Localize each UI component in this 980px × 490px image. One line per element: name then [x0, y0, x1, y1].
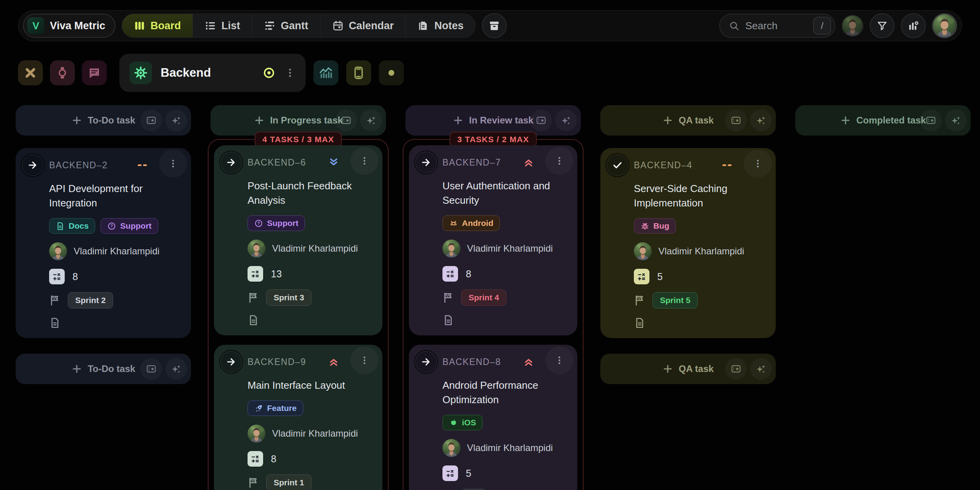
ai-generate-button[interactable]	[555, 109, 577, 131]
search-input[interactable]: Search /	[719, 14, 835, 38]
estimate-value: 8	[271, 453, 276, 465]
estimate-icon	[442, 465, 458, 481]
phone-button[interactable]	[346, 60, 371, 85]
chartline-icon	[319, 66, 333, 80]
filter-button[interactable]	[870, 13, 895, 38]
ai-generate-button[interactable]	[165, 109, 187, 131]
description-indicator	[634, 317, 757, 329]
footer-add-task-button-todo[interactable]: To-Do task	[16, 354, 191, 384]
brand-logo: V	[27, 17, 44, 34]
priority-medium-icon	[136, 159, 148, 171]
assignee-row: Vladimir Kharlampidi	[248, 425, 364, 442]
card-menu-button[interactable]	[744, 150, 772, 178]
project-menu-icon[interactable]	[285, 67, 295, 78]
card-menu-button[interactable]	[545, 147, 573, 175]
apple-icon	[449, 418, 458, 427]
card-menu-button[interactable]	[350, 346, 379, 374]
tab-notes[interactable]: Notes	[405, 14, 475, 37]
wip-limit-badge: 3 TASKS / 2 MAX	[449, 132, 537, 147]
template-card-button[interactable]	[140, 109, 162, 131]
move-forward-button[interactable]	[415, 152, 437, 173]
workspace-watch-button[interactable]	[50, 60, 75, 85]
archive-button[interactable]	[482, 13, 507, 38]
task-title: Post-Launch Feedback Analysis	[248, 179, 364, 208]
card-menu-button[interactable]	[350, 147, 379, 175]
complete-status-button[interactable]	[607, 154, 628, 176]
description-indicator	[49, 317, 172, 329]
footer-add-task-button-qa[interactable]: QA task	[600, 354, 776, 384]
add-task-button-qa[interactable]: QA task	[600, 105, 776, 136]
chartline-button[interactable]	[313, 60, 338, 85]
template-card-button[interactable]	[530, 109, 552, 131]
estimate-value: 8	[73, 271, 78, 282]
template-card-button[interactable]	[920, 109, 942, 131]
template-card-button[interactable]	[140, 358, 162, 380]
plus-icon	[254, 115, 265, 126]
ai-generate-button[interactable]	[165, 358, 187, 380]
assignee-filter-avatar[interactable]	[842, 15, 863, 37]
template-card-button[interactable]	[725, 109, 747, 131]
assignee-row: Vladimir Kharlampidi	[634, 242, 757, 260]
task-card[interactable]: BACKEND–4 Server-Side Caching Implementa…	[600, 148, 776, 338]
task-card[interactable]: BACKEND–7 User Authentication and Securi…	[409, 145, 577, 335]
card-menu-button[interactable]	[159, 150, 187, 178]
template-card-button[interactable]	[725, 358, 747, 380]
board-settings-button[interactable]	[901, 13, 926, 38]
workspace-tools-button[interactable]	[18, 60, 43, 85]
move-forward-button[interactable]	[415, 351, 437, 373]
tab-board[interactable]: Board	[122, 14, 193, 37]
move-forward-button[interactable]	[220, 152, 242, 173]
dot-button[interactable]	[379, 60, 404, 85]
tag-feature: Feature	[248, 400, 303, 416]
focus-target-icon[interactable]	[262, 66, 276, 80]
ai-generate-button[interactable]	[360, 109, 382, 131]
project-tab-backend[interactable]: Backend	[119, 54, 306, 92]
add-task-button-inprogress[interactable]: In Progress task	[211, 105, 386, 136]
priority-highest-icon	[523, 356, 534, 368]
card-list: BACKEND–4 Server-Side Caching Implementa…	[600, 148, 776, 338]
ai-generate-button[interactable]	[945, 109, 967, 131]
tab-calendar[interactable]: Calendar	[320, 14, 406, 37]
move-forward-button[interactable]	[22, 154, 44, 176]
template-card-button[interactable]	[335, 109, 357, 131]
bug-icon	[640, 222, 649, 231]
notes-icon	[417, 20, 429, 32]
sprint-row: Sprint 3	[248, 289, 364, 306]
user-avatar[interactable]	[932, 13, 957, 38]
ai-generate-button[interactable]	[750, 109, 772, 131]
project-gear-icon	[129, 62, 152, 84]
tab-list[interactable]: List	[193, 14, 252, 37]
tag-row: ?Support	[248, 215, 364, 231]
plus-icon	[840, 115, 851, 126]
task-key: BACKEND–7	[442, 157, 517, 168]
assignee-row: Vladimir Kharlampidi	[248, 240, 364, 257]
assignee-name: Vladimir Kharlampidi	[467, 243, 553, 254]
chat-icon	[87, 66, 101, 80]
add-task-button-inreview[interactable]: In Review task	[405, 105, 581, 136]
assignee-row: Vladimir Kharlampidi	[442, 439, 559, 457]
workspace-chat-button[interactable]	[82, 60, 107, 85]
task-card[interactable]: BACKEND–8 Android Performance Optimizati…	[409, 345, 577, 490]
workspace-switcher	[18, 60, 114, 85]
task-card[interactable]: BACKEND–6 Post-Launch Feedback Analysis …	[214, 145, 382, 335]
task-title: Server-Side Caching Implementation	[634, 182, 757, 210]
priority-highest-icon	[328, 356, 340, 368]
card-menu-button[interactable]	[545, 346, 573, 374]
move-forward-button[interactable]	[220, 351, 242, 373]
add-task-button-todo[interactable]: To-Do task	[16, 105, 191, 136]
search-icon	[729, 20, 739, 31]
tab-gantt[interactable]: Gantt	[252, 14, 320, 37]
tag-row: Docs?Support	[49, 218, 172, 234]
assignee-avatar	[634, 242, 652, 260]
task-card[interactable]: BACKEND–2 API Development for Integratio…	[16, 148, 191, 338]
description-indicator	[442, 314, 559, 326]
workspace-button[interactable]: V Viva Metric	[23, 14, 115, 38]
add-task-button-completed[interactable]: Completed task	[795, 105, 971, 136]
estimate-row: 8	[248, 451, 364, 467]
card-list: BACKEND–2 API Development for Integratio…	[16, 148, 191, 338]
task-card[interactable]: BACKEND–9 Main Interface Layout Feature …	[214, 345, 382, 490]
task-key: BACKEND–4	[634, 160, 716, 171]
ai-generate-button[interactable]	[750, 358, 772, 380]
tools-icon	[23, 66, 37, 80]
document-icon	[49, 317, 172, 329]
